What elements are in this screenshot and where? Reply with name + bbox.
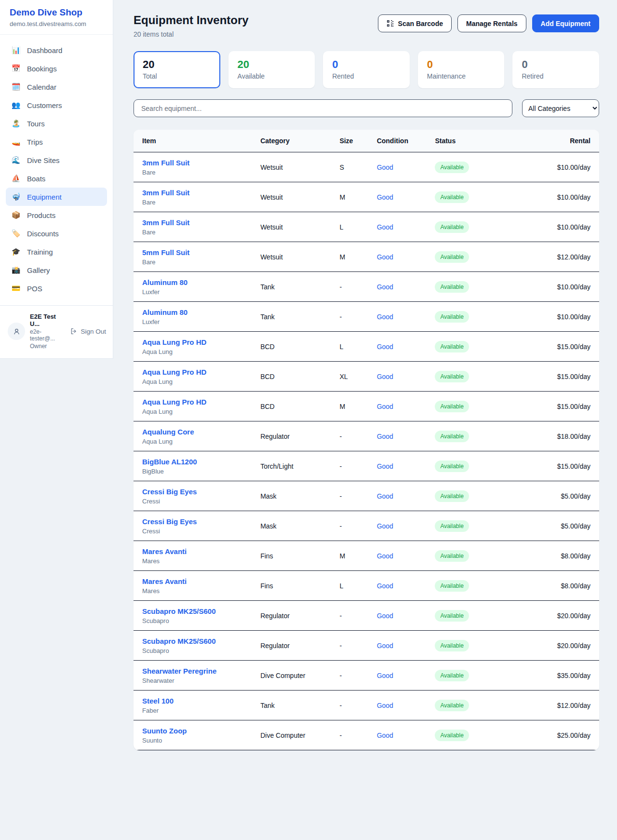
item-condition-link[interactable]: Good xyxy=(377,313,393,321)
item-name-link[interactable]: Aqualung Core xyxy=(142,428,249,436)
item-condition-link[interactable]: Good xyxy=(377,343,393,351)
item-name-link[interactable]: 3mm Full Suit xyxy=(142,218,249,227)
item-condition-link[interactable]: Good xyxy=(377,193,393,201)
table-row: Scubapro MK25/S600 Scubapro Regulator - … xyxy=(134,601,599,631)
item-name-link[interactable]: Scubapro MK25/S600 xyxy=(142,637,249,645)
item-size: - xyxy=(334,631,371,661)
sidebar-item-training[interactable]: 🎓 Training xyxy=(6,243,107,261)
item-condition-link[interactable]: Good xyxy=(377,552,393,560)
item-condition-link[interactable]: Good xyxy=(377,582,393,590)
sidebar-item-gallery[interactable]: 📸 Gallery xyxy=(6,261,107,279)
sidebar-item-customers[interactable]: 👥 Customers xyxy=(6,96,107,114)
stat-value: 0 xyxy=(522,58,590,71)
stat-value: 20 xyxy=(238,58,306,71)
item-category: Wetsuit xyxy=(255,182,334,212)
status-badge: Available xyxy=(435,431,469,442)
sidebar-item-discounts[interactable]: 🏷️ Discounts xyxy=(6,224,107,243)
item-condition-link[interactable]: Good xyxy=(377,403,393,410)
sign-out-button[interactable]: Sign Out xyxy=(70,327,106,335)
item-brand: Aqua Lung xyxy=(142,408,249,415)
table-row: 3mm Full Suit Bare Wetsuit L Good Availa… xyxy=(134,212,599,242)
page-title: Equipment Inventory xyxy=(134,14,249,27)
sidebar-item-equipment[interactable]: 🤿 Equipment xyxy=(6,188,107,206)
item-name-link[interactable]: Steel 100 xyxy=(142,697,249,705)
item-category: Fins xyxy=(255,571,334,601)
item-condition-link[interactable]: Good xyxy=(377,492,393,500)
item-size: M xyxy=(334,182,371,212)
trips-speedboat-icon: 🚤 xyxy=(11,137,21,146)
item-rental-rate: $15.00/day xyxy=(515,392,599,421)
item-name-link[interactable]: Shearwater Peregrine xyxy=(142,667,249,675)
sidebar-item-pos[interactable]: 💳 POS xyxy=(6,279,107,298)
table-row: Aqua Lung Pro HD Aqua Lung BCD L Good Av… xyxy=(134,332,599,362)
sidebar-item-calendar[interactable]: 🗓️ Calendar xyxy=(6,78,107,96)
item-name-link[interactable]: 3mm Full Suit xyxy=(142,159,249,167)
item-size: M xyxy=(334,541,371,571)
item-category: Fins xyxy=(255,541,334,571)
stat-card-available[interactable]: 20 Available xyxy=(228,51,315,88)
sidebar-item-label: Dashboard xyxy=(27,46,62,54)
add-equipment-button[interactable]: Add Equipment xyxy=(532,14,599,32)
table-row: Aqualung Core Aqua Lung Regulator - Good… xyxy=(134,421,599,451)
item-name-link[interactable]: Aqua Lung Pro HD xyxy=(142,398,249,406)
item-name-link[interactable]: Aluminum 80 xyxy=(142,278,249,286)
item-name-link[interactable]: Scubapro MK25/S600 xyxy=(142,607,249,615)
item-condition-link[interactable]: Good xyxy=(377,163,393,171)
sidebar-item-trips[interactable]: 🚤 Trips xyxy=(6,133,107,151)
stat-card-total[interactable]: 20 Total xyxy=(134,51,220,88)
item-name-link[interactable]: 5mm Full Suit xyxy=(142,248,249,257)
column-header-size: Size xyxy=(334,130,371,152)
status-badge: Available xyxy=(435,670,469,681)
item-condition-link[interactable]: Good xyxy=(377,283,393,291)
item-condition-link[interactable]: Good xyxy=(377,702,393,709)
item-size: - xyxy=(334,661,371,691)
item-condition-link[interactable]: Good xyxy=(377,732,393,739)
item-name-link[interactable]: Aluminum 80 xyxy=(142,308,249,316)
item-condition-link[interactable]: Good xyxy=(377,223,393,231)
search-input[interactable] xyxy=(134,99,512,117)
item-name-link[interactable]: Mares Avanti xyxy=(142,547,249,555)
item-condition-link[interactable]: Good xyxy=(377,672,393,679)
item-condition-link[interactable]: Good xyxy=(377,253,393,261)
sidebar-item-dive-sites[interactable]: 🌊 Dive Sites xyxy=(6,151,107,169)
sidebar-item-products[interactable]: 📦 Products xyxy=(6,206,107,224)
item-name-link[interactable]: Aqua Lung Pro HD xyxy=(142,368,249,376)
user-email: e2e-tester@... xyxy=(30,328,65,342)
item-name-link[interactable]: Cressi Big Eyes xyxy=(142,488,249,496)
item-size: - xyxy=(334,421,371,451)
sidebar-item-bookings[interactable]: 📅 Bookings xyxy=(6,59,107,78)
item-condition-link[interactable]: Good xyxy=(377,373,393,380)
manage-rentals-button[interactable]: Manage Rentals xyxy=(457,14,526,32)
item-rental-rate: $20.00/day xyxy=(515,631,599,661)
item-name-link[interactable]: Mares Avanti xyxy=(142,577,249,585)
stat-card-rented[interactable]: 0 Rented xyxy=(323,51,410,88)
item-size: L xyxy=(334,212,371,242)
category-select[interactable]: All Categories xyxy=(522,99,599,117)
item-condition-link[interactable]: Good xyxy=(377,612,393,620)
column-header-condition: Condition xyxy=(371,130,429,152)
item-name-link[interactable]: Aqua Lung Pro HD xyxy=(142,338,249,346)
scan-barcode-button[interactable]: Scan Barcode xyxy=(378,14,452,32)
item-name-link[interactable]: 3mm Full Suit xyxy=(142,189,249,197)
item-name-link[interactable]: Cressi Big Eyes xyxy=(142,517,249,526)
table-row: 3mm Full Suit Bare Wetsuit S Good Availa… xyxy=(134,152,599,182)
stat-card-maintenance[interactable]: 0 Maintenance xyxy=(418,51,505,88)
sidebar-item-dashboard[interactable]: 📊 Dashboard xyxy=(6,41,107,59)
item-name-link[interactable]: Suunto Zoop xyxy=(142,727,249,735)
item-rental-rate: $10.00/day xyxy=(515,182,599,212)
item-condition-link[interactable]: Good xyxy=(377,462,393,470)
item-rental-rate: $12.00/day xyxy=(515,242,599,272)
item-condition-link[interactable]: Good xyxy=(377,642,393,650)
item-category: BCD xyxy=(255,362,334,392)
training-grad-cap-icon: 🎓 xyxy=(11,247,21,256)
sidebar-item-tours[interactable]: 🏝️ Tours xyxy=(6,114,107,133)
item-name-link[interactable]: BigBlue AL1200 xyxy=(142,458,249,466)
item-rental-rate: $10.00/day xyxy=(515,212,599,242)
item-condition-link[interactable]: Good xyxy=(377,433,393,440)
item-condition-link[interactable]: Good xyxy=(377,522,393,530)
sidebar-item-boats[interactable]: ⛵ Boats xyxy=(6,169,107,188)
stat-card-retired[interactable]: 0 Retired xyxy=(512,51,599,88)
stat-label: Available xyxy=(238,72,306,80)
status-badge: Available xyxy=(435,251,469,263)
table-row: Aluminum 80 Luxfer Tank - Good Available… xyxy=(134,302,599,332)
